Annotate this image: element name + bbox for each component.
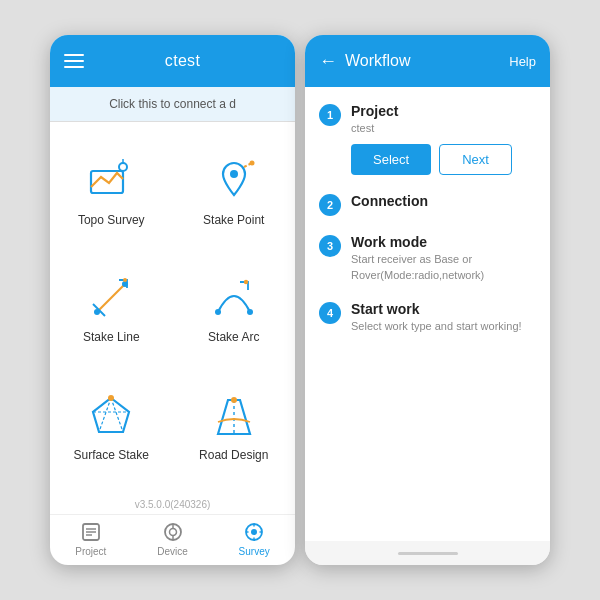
- left-header-title: ctest: [84, 52, 281, 70]
- topo-survey-item[interactable]: Topo Survey: [50, 132, 173, 250]
- help-button[interactable]: Help: [509, 54, 536, 69]
- stake-point-item[interactable]: Stake Point: [173, 132, 296, 250]
- workflow-step-4: 4 Start work Select work type and start …: [319, 301, 536, 334]
- step-4-title: Start work: [351, 301, 536, 317]
- workflow-step-2: 2 Connection: [319, 193, 536, 216]
- svg-point-8: [215, 309, 221, 315]
- svg-point-23: [169, 529, 176, 536]
- surface-stake-icon: [85, 390, 137, 442]
- step-4-subtitle: Select work type and start working!: [351, 319, 536, 334]
- left-header: ctest: [50, 35, 295, 87]
- version-text: v3.5.0.0(240326): [50, 495, 295, 514]
- svg-point-3: [230, 170, 238, 178]
- svg-point-10: [244, 280, 248, 284]
- nav-project[interactable]: Project: [50, 521, 132, 557]
- surface-stake-label: Surface Stake: [74, 448, 149, 462]
- stake-line-label: Stake Line: [83, 330, 140, 344]
- svg-point-5: [94, 309, 100, 315]
- workflow-step-1: 1 Project ctest Select Next: [319, 103, 536, 175]
- right-phone: ← Workflow Help 1 Project ctest Select N…: [305, 35, 550, 565]
- step-3-info: Work mode Start receiver as Base or Rove…: [351, 234, 536, 283]
- step-1-subtitle: ctest: [351, 121, 536, 136]
- connect-bar-text: Click this to connect a d: [109, 97, 236, 111]
- bottom-nav: Project Device: [50, 514, 295, 565]
- stake-arc-icon: [208, 272, 260, 324]
- road-design-item[interactable]: Road Design: [173, 367, 296, 485]
- nav-device[interactable]: Device: [132, 521, 214, 557]
- svg-point-7: [123, 278, 127, 282]
- step-1-info: Project ctest Select Next: [351, 103, 536, 175]
- select-button[interactable]: Select: [351, 144, 431, 175]
- topo-survey-icon: [85, 155, 137, 207]
- stake-arc-label: Stake Arc: [208, 330, 259, 344]
- step-2-title: Connection: [351, 193, 536, 209]
- stake-line-icon: [85, 272, 137, 324]
- workflow-content: 1 Project ctest Select Next 2 Connecti: [305, 87, 550, 541]
- svg-point-9: [247, 309, 253, 315]
- step-3-subtitle: Start receiver as Base or Rover(Mode:rad…: [351, 252, 536, 283]
- bottom-indicator: [398, 552, 458, 555]
- connect-bar[interactable]: Click this to connect a d: [50, 87, 295, 122]
- stake-point-icon: [208, 155, 260, 207]
- left-phone: ctest Click this to connect a d Topo Sur…: [50, 35, 295, 565]
- stake-line-item[interactable]: Stake Line: [50, 250, 173, 368]
- svg-marker-11: [93, 398, 129, 432]
- step-1-buttons: Select Next: [351, 144, 536, 175]
- road-design-icon: [208, 390, 260, 442]
- hamburger-menu[interactable]: [64, 54, 84, 68]
- step-3-title: Work mode: [351, 234, 536, 250]
- step-1-number: 1: [319, 104, 341, 126]
- back-arrow-icon[interactable]: ←: [319, 51, 337, 72]
- nav-project-label: Project: [75, 546, 106, 557]
- nav-survey-label: Survey: [239, 546, 270, 557]
- phones-container: ctest Click this to connect a d Topo Sur…: [50, 35, 550, 565]
- step-2-info: Connection: [351, 193, 536, 211]
- step-1-title: Project: [351, 103, 536, 119]
- step-2-number: 2: [319, 194, 341, 216]
- step-3-number: 3: [319, 235, 341, 257]
- right-header-title: Workflow: [345, 52, 509, 70]
- stake-point-label: Stake Point: [203, 213, 264, 227]
- svg-point-27: [251, 529, 257, 535]
- main-grid: Topo Survey Stake Point: [50, 122, 295, 495]
- stake-arc-item[interactable]: Stake Arc: [173, 250, 296, 368]
- surface-stake-item[interactable]: Surface Stake: [50, 367, 173, 485]
- step-4-info: Start work Select work type and start wo…: [351, 301, 536, 334]
- right-bottom-bar: [305, 541, 550, 565]
- svg-point-4: [249, 160, 254, 165]
- svg-point-17: [231, 397, 237, 403]
- step-4-number: 4: [319, 302, 341, 324]
- svg-point-1: [119, 163, 127, 171]
- right-header: ← Workflow Help: [305, 35, 550, 87]
- nav-device-label: Device: [157, 546, 188, 557]
- road-design-label: Road Design: [199, 448, 268, 462]
- workflow-step-3: 3 Work mode Start receiver as Base or Ro…: [319, 234, 536, 283]
- next-button[interactable]: Next: [439, 144, 512, 175]
- svg-point-15: [108, 395, 114, 401]
- nav-survey[interactable]: Survey: [213, 521, 295, 557]
- topo-survey-label: Topo Survey: [78, 213, 145, 227]
